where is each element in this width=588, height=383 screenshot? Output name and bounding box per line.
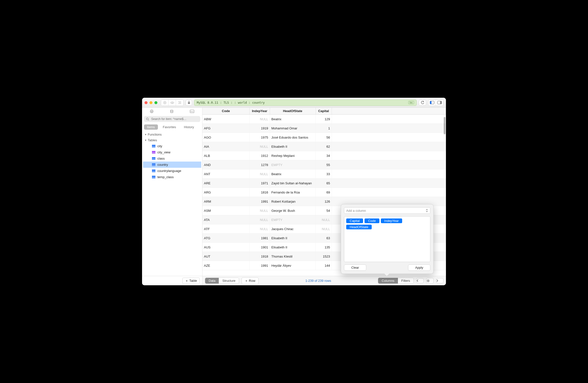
cell[interactable]: AIA [202, 142, 249, 151]
cell[interactable]: 1912 [249, 151, 270, 160]
cell[interactable]: 1 [316, 124, 332, 133]
column-header-capital[interactable]: Capital [316, 108, 332, 115]
scrollbar-thumb[interactable] [444, 117, 445, 134]
cell[interactable]: 1816 [249, 188, 270, 197]
cell[interactable]: 1901 [249, 243, 270, 252]
cell[interactable]: Beatrix [270, 115, 316, 124]
tab-items[interactable]: Items [144, 124, 158, 130]
cell[interactable]: AGO [202, 133, 249, 142]
prev-page-button[interactable] [416, 278, 424, 283]
table-row[interactable]: ALB1912Rexhep Mejdani34 [202, 151, 446, 160]
cell[interactable]: ATF [202, 224, 249, 234]
table-row[interactable]: AFG1919Mohammad Omar1 [202, 124, 446, 133]
cell[interactable]: Jacques Chirac [270, 224, 316, 234]
table-row[interactable]: AGO1975José Eduardo dos Santos56 [202, 133, 446, 142]
cell[interactable]: Zayid bin Sultan al-Nahayan [270, 179, 316, 188]
lock-icon[interactable] [186, 100, 192, 106]
group-functions[interactable]: Functions [143, 132, 201, 137]
cell[interactable]: 1981 [249, 234, 270, 243]
cell[interactable]: AND [202, 160, 249, 169]
cell[interactable]: Elisabeth II [270, 234, 316, 243]
cell[interactable]: 34 [316, 151, 332, 160]
cell[interactable]: NULL [249, 169, 270, 179]
cell[interactable]: 65 [316, 179, 332, 188]
sidebar-item-class[interactable]: class [143, 155, 201, 162]
cell[interactable]: 69 [316, 188, 332, 197]
cell[interactable]: Robert Kotšarjan [270, 197, 316, 206]
table-row[interactable]: ARG1816Fernando de la Rúa69 [202, 188, 446, 197]
cell[interactable]: 1523 [316, 252, 332, 261]
cell[interactable]: ALB [202, 151, 249, 160]
cell[interactable]: 1991 [249, 197, 270, 206]
cell[interactable]: 63 [316, 234, 332, 243]
sidebar-item-temp_class[interactable]: temp_class [143, 174, 201, 180]
cell[interactable]: NULL [249, 115, 270, 124]
cell[interactable]: Beatrix [270, 169, 316, 179]
cell[interactable]: 144 [316, 261, 332, 270]
cell[interactable]: EMPTY [270, 215, 316, 224]
toggle-right-panel-icon[interactable] [436, 100, 443, 106]
cell[interactable]: 135 [316, 243, 332, 252]
cell[interactable]: Thomas Klestil [270, 252, 316, 261]
cell[interactable]: 1975 [249, 133, 270, 142]
cell[interactable]: NULL [316, 224, 332, 234]
cell[interactable]: Mohammad Omar [270, 124, 316, 133]
cell[interactable]: 1918 [249, 252, 270, 261]
column-header-code[interactable]: Code [202, 108, 249, 115]
cell[interactable]: NULL [249, 142, 270, 151]
minimize-icon[interactable] [149, 101, 152, 104]
refresh-button[interactable] [419, 100, 426, 106]
column-token-indepyear[interactable]: IndepYear [381, 218, 402, 223]
column-token-headofstate[interactable]: HeadOfState [346, 225, 372, 229]
cell[interactable]: NULL [249, 215, 270, 224]
cell[interactable]: ANT [202, 169, 249, 179]
table-row[interactable]: ABWNULLBeatrix129 [202, 115, 446, 124]
plug-icon[interactable] [150, 109, 155, 113]
sidebar-item-city_view[interactable]: city_view [143, 149, 201, 155]
add-row-button[interactable]: ＋ Row [242, 277, 259, 284]
settings-button[interactable] [426, 278, 434, 284]
table-row[interactable]: AIANULLElisabeth II62 [202, 142, 446, 151]
tab-structure[interactable]: Structure [219, 278, 239, 284]
column-token-capital[interactable]: Capital [346, 218, 363, 223]
cell[interactable]: NULL [249, 224, 270, 234]
search-input-wrap[interactable] [144, 116, 200, 122]
search-input[interactable] [151, 117, 198, 121]
format-icon[interactable] [176, 100, 183, 106]
cell[interactable]: 54 [316, 206, 332, 215]
apply-button[interactable]: Apply [408, 264, 430, 271]
table-row[interactable]: AND1278EMPTY55 [202, 160, 446, 169]
sidebar-item-countrylanguage[interactable]: countrylanguage [143, 168, 201, 174]
cell[interactable]: José Eduardo dos Santos [270, 133, 316, 142]
cell[interactable]: 1971 [249, 179, 270, 188]
cell[interactable]: George W. Bush [270, 206, 316, 215]
cell[interactable]: 126 [316, 197, 332, 206]
cell[interactable]: Fernando de la Rúa [270, 188, 316, 197]
cell[interactable]: EMPTY [270, 160, 316, 169]
column-header-indepyear[interactable]: IndepYear [249, 108, 270, 115]
add-table-button[interactable]: ＋ Table [182, 278, 200, 284]
cancel-query-icon[interactable] [161, 100, 169, 106]
cell[interactable]: AFG [202, 124, 249, 133]
cell[interactable]: ARM [202, 197, 249, 206]
cell[interactable]: Elisabeth II [270, 142, 316, 151]
sidebar-item-country[interactable]: country [143, 162, 201, 168]
cell[interactable]: ATA [202, 215, 249, 224]
connection-bar[interactable]: MySQL 8.0.11 : TLS : : world : country l… [194, 99, 417, 106]
selected-columns-area[interactable]: CapitalCodeIndepYearHeadOfState [344, 216, 430, 262]
tab-favorites[interactable]: Favorites [160, 124, 179, 130]
clear-button[interactable]: Clear [344, 264, 366, 271]
add-column-combo[interactable]: Add a column [344, 207, 430, 214]
database-icon[interactable] [170, 109, 175, 113]
cell[interactable]: ABW [202, 115, 249, 124]
tab-history[interactable]: History [181, 124, 197, 130]
cell[interactable]: AUS [202, 243, 249, 252]
cell[interactable]: 1991 [249, 261, 270, 270]
toggle-left-panel-icon[interactable] [428, 100, 436, 106]
cell[interactable]: Heydär Äliyev [270, 261, 316, 270]
cell[interactable]: 55 [316, 160, 332, 169]
zoom-icon[interactable] [154, 101, 157, 104]
columns-button[interactable]: Columns [378, 278, 398, 284]
cell[interactable]: Elisabeth II [270, 243, 316, 252]
cell[interactable]: 1278 [249, 160, 270, 169]
